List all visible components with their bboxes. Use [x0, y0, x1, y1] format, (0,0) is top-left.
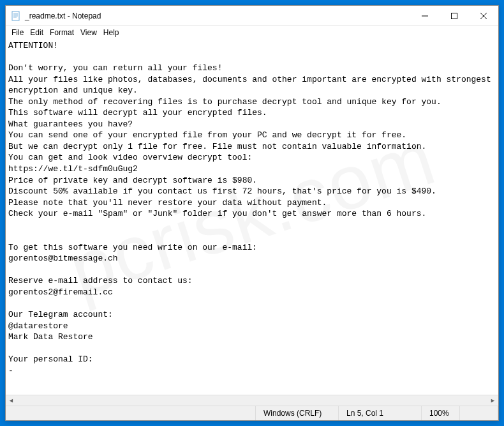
- status-cursor-position: Ln 5, Col 1: [339, 406, 422, 420]
- maximize-button[interactable]: [440, 6, 469, 26]
- svg-rect-6: [452, 13, 457, 19]
- status-encoding: Windows (CRLF): [256, 406, 339, 420]
- maximize-icon: [451, 13, 457, 19]
- window-controls: [410, 6, 498, 26]
- scroll-left-arrow-icon[interactable]: ◄: [6, 395, 17, 406]
- notepad-window: _readme.txt - Notepad File Edit Format V…: [5, 5, 499, 421]
- minimize-button[interactable]: [410, 6, 440, 26]
- status-spacer: [6, 406, 256, 420]
- window-title: _readme.txt - Notepad: [25, 11, 410, 20]
- status-zoom: 100%: [422, 406, 460, 420]
- menu-help[interactable]: Help: [100, 28, 122, 37]
- menu-file[interactable]: File: [8, 28, 27, 37]
- notepad-app-icon: [11, 11, 21, 21]
- close-icon: [480, 13, 487, 19]
- svg-line-7: [480, 13, 487, 19]
- titlebar[interactable]: _readme.txt - Notepad: [6, 6, 498, 26]
- status-blank: [460, 406, 498, 420]
- document-text: ATTENTION! Don't worry, you can return a…: [8, 41, 496, 376]
- scroll-right-arrow-icon[interactable]: ►: [487, 395, 498, 406]
- close-button[interactable]: [469, 6, 498, 26]
- menu-format[interactable]: Format: [47, 28, 77, 37]
- svg-line-8: [480, 13, 487, 19]
- statusbar: Windows (CRLF) Ln 5, Col 1 100%: [6, 406, 498, 420]
- menubar: File Edit Format View Help: [6, 26, 498, 39]
- minimize-icon: [422, 13, 428, 19]
- scroll-track[interactable]: [17, 395, 487, 406]
- text-area[interactable]: ATTENTION! Don't worry, you can return a…: [6, 39, 498, 395]
- menu-view[interactable]: View: [77, 28, 100, 37]
- horizontal-scrollbar[interactable]: ◄ ►: [6, 395, 498, 406]
- menu-edit[interactable]: Edit: [27, 28, 47, 37]
